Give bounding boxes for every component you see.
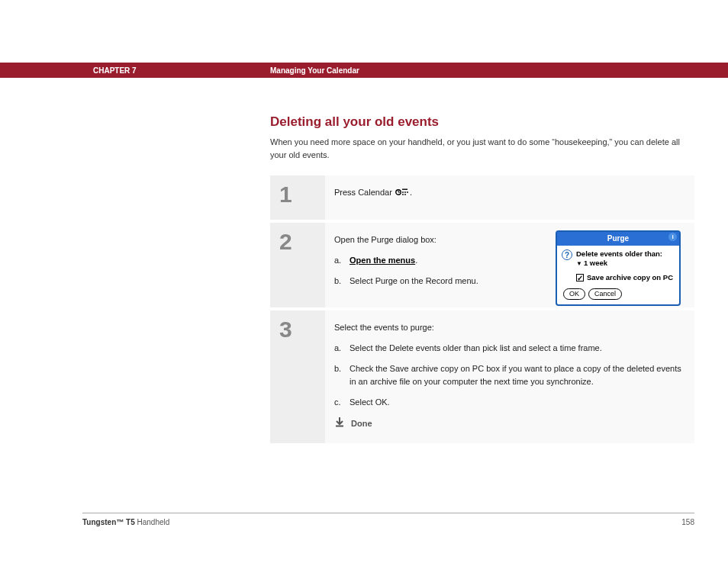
- section-heading: Deleting all your old events: [270, 114, 694, 130]
- chapter-header: CHAPTER 7 Managing Your Calendar: [0, 63, 728, 78]
- done-indicator: Done: [334, 417, 685, 431]
- svg-point-4: [402, 191, 404, 193]
- dialog-buttons: OK Cancel: [562, 288, 675, 300]
- archive-checkbox-row[interactable]: Save archive copy on PC: [576, 272, 675, 284]
- sub-marker: c.: [334, 396, 350, 409]
- done-label: Done: [351, 417, 372, 430]
- info-icon[interactable]: i: [668, 233, 677, 241]
- sub-text: Select OK.: [350, 396, 685, 409]
- step-lead: Select the events to purge:: [334, 321, 685, 334]
- step-1: 1 Press Calendar: [270, 175, 694, 220]
- sub-step-b: b. Select Purge on the Record menu.: [334, 275, 502, 288]
- section-intro: When you need more space on your handhel…: [270, 136, 694, 161]
- chapter-title: Managing Your Calendar: [270, 66, 359, 75]
- step-number-cell: 3: [270, 310, 325, 443]
- open-menus-link[interactable]: Open the menus: [350, 256, 415, 265]
- checkbox-label: Save archive copy on PC: [587, 272, 673, 284]
- done-arrow-icon: [334, 417, 345, 431]
- step-trail: .: [410, 188, 412, 197]
- sub-text: Select Purge on the Record menu.: [350, 275, 502, 288]
- sub-step-a: a. Open the menus.: [334, 254, 502, 267]
- step-2: 2 Open the Purge dialog box: a. Open the…: [270, 223, 694, 307]
- sub-text: Open the menus.: [350, 254, 502, 267]
- sub-text: Check the Save archive copy on PC box if…: [350, 362, 685, 388]
- step-number: 1: [279, 183, 325, 206]
- svg-point-7: [402, 194, 404, 195]
- dialog-message: Delete events older than: ▼1 week: [576, 249, 662, 268]
- step-content: Press Calendar .: [325, 175, 694, 220]
- step-lead: Open the Purge dialog box:: [334, 233, 502, 246]
- step-number: 2: [279, 230, 325, 253]
- calendar-icon: [395, 187, 409, 200]
- dialog-titlebar: Purge i: [557, 232, 679, 246]
- svg-point-6: [407, 191, 408, 193]
- svg-point-5: [404, 191, 406, 193]
- step-3: 3 Select the events to purge: a. Select …: [270, 310, 694, 443]
- sub-steps: a. Select the Delete events older than p…: [334, 342, 685, 409]
- sub-step-c: c. Select OK.: [334, 396, 685, 409]
- step-number: 3: [279, 318, 325, 341]
- step-text: Press Calendar .: [334, 186, 685, 200]
- page-footer: Tungsten™ T5 Handheld 158: [82, 513, 694, 526]
- sub-marker: b.: [334, 362, 350, 388]
- dialog-message-row: ? Delete events older than: ▼1 week: [562, 249, 675, 268]
- checkbox-icon[interactable]: [576, 274, 584, 282]
- sub-step-b: b. Check the Save archive copy on PC box…: [334, 362, 685, 388]
- step-content: Open the Purge dialog box: a. Open the m…: [325, 223, 694, 307]
- ok-button[interactable]: OK: [563, 288, 585, 300]
- sub-steps: a. Open the menus. b. Select Purge on th…: [334, 254, 502, 288]
- step-number-cell: 1: [270, 175, 325, 220]
- svg-point-8: [404, 194, 406, 195]
- step-content: Select the events to purge: a. Select th…: [325, 310, 694, 443]
- step-lead: Press Calendar: [334, 188, 395, 197]
- sub-marker: a.: [334, 254, 350, 267]
- purge-dialog: Purge i ? Delete events older than: ▼1 w…: [556, 230, 681, 306]
- sub-step-a: a. Select the Delete events older than p…: [334, 342, 685, 355]
- sub-marker: b.: [334, 275, 350, 288]
- dropdown-value[interactable]: 1 week: [584, 259, 607, 267]
- step-number-cell: 2: [270, 223, 325, 307]
- dropdown-arrow-icon[interactable]: ▼: [576, 260, 582, 268]
- dialog-title: Purge: [607, 234, 629, 243]
- dialog-body: ? Delete events older than: ▼1 week Save…: [557, 246, 679, 304]
- page-content: Deleting all your old events When you ne…: [270, 114, 694, 446]
- page-number: 158: [681, 518, 694, 526]
- svg-rect-3: [402, 188, 407, 189]
- footer-brand: Tungsten™ T5 Handheld: [82, 518, 169, 526]
- cancel-button[interactable]: Cancel: [588, 288, 622, 300]
- chapter-number: CHAPTER 7: [93, 66, 137, 75]
- sub-text: Select the Delete events older than pick…: [350, 342, 685, 355]
- sub-marker: a.: [334, 342, 350, 355]
- question-icon: ?: [562, 249, 572, 260]
- steps-container: 1 Press Calendar: [270, 175, 694, 443]
